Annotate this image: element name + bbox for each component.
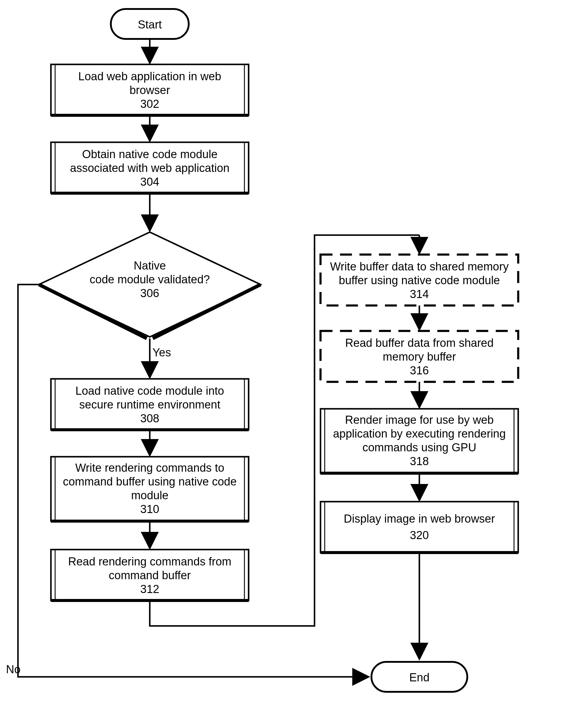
start-label: Start — [138, 18, 162, 31]
no-label: No — [6, 663, 21, 676]
step-308-line2: secure runtime environment — [79, 398, 221, 411]
step-304-line1: Obtain native code module — [82, 148, 218, 160]
start-terminator: Start — [111, 9, 189, 39]
step-314: Write buffer data to shared memory buffe… — [320, 254, 518, 306]
step-310: Write rendering commands to command buff… — [51, 457, 248, 521]
step-320: Display image in web browser 320 — [320, 502, 518, 553]
decision-306-ref: 306 — [140, 287, 159, 299]
step-318-line2: application by executing rendering — [333, 427, 506, 440]
step-320-line1: Display image in web browser — [344, 512, 495, 525]
end-label: End — [409, 671, 429, 684]
step-318-ref: 318 — [410, 455, 428, 468]
step-320-ref: 320 — [410, 529, 428, 542]
step-310-line1: Write rendering commands to — [75, 462, 224, 474]
step-316-line1: Read buffer data from shared — [345, 337, 494, 349]
step-310-ref: 310 — [140, 503, 159, 515]
step-312: Read rendering commands from command buf… — [51, 550, 248, 601]
step-316-line2: memory buffer — [383, 350, 456, 363]
step-318: Render image for use by web application … — [320, 409, 518, 473]
step-314-line2: buffer using native code module — [339, 274, 500, 287]
step-302-line1: Load web application in web — [78, 70, 221, 83]
decision-306-line1: Native — [134, 260, 166, 272]
step-318-line1: Render image for use by web — [345, 414, 494, 426]
end-terminator: End — [371, 662, 467, 692]
step-304-ref: 304 — [140, 176, 159, 188]
step-308-line1: Load native code module into — [76, 384, 224, 397]
step-314-line1: Write buffer data to shared memory — [330, 260, 509, 273]
step-316: Read buffer data from shared memory buff… — [320, 331, 518, 382]
step-302: Load web application in web browser 302 — [51, 64, 248, 115]
flowchart: Start Load web application in web browse… — [0, 0, 588, 705]
yes-label: Yes — [152, 346, 171, 359]
svg-rect-30 — [320, 502, 518, 553]
step-318-line3: commands using GPU — [362, 441, 476, 454]
step-310-line3: module — [131, 489, 169, 502]
step-304: Obtain native code module associated wit… — [51, 142, 248, 193]
step-308: Load native code module into secure runt… — [51, 379, 248, 430]
step-312-line1: Read rendering commands from — [68, 555, 232, 568]
step-302-ref: 302 — [140, 98, 159, 110]
step-314-ref: 314 — [410, 288, 428, 300]
step-316-ref: 316 — [410, 364, 428, 377]
decision-306-line2: code module validated? — [90, 273, 210, 286]
step-312-ref: 312 — [140, 583, 159, 595]
decision-306: Native code module validated? 306 — [39, 232, 261, 338]
step-302-line2: browser — [129, 84, 170, 96]
step-312-line2: command buffer — [109, 569, 191, 581]
step-308-ref: 308 — [140, 412, 159, 425]
step-310-line2: command buffer using native code — [63, 475, 237, 488]
step-304-line2: associated with web application — [70, 162, 229, 174]
